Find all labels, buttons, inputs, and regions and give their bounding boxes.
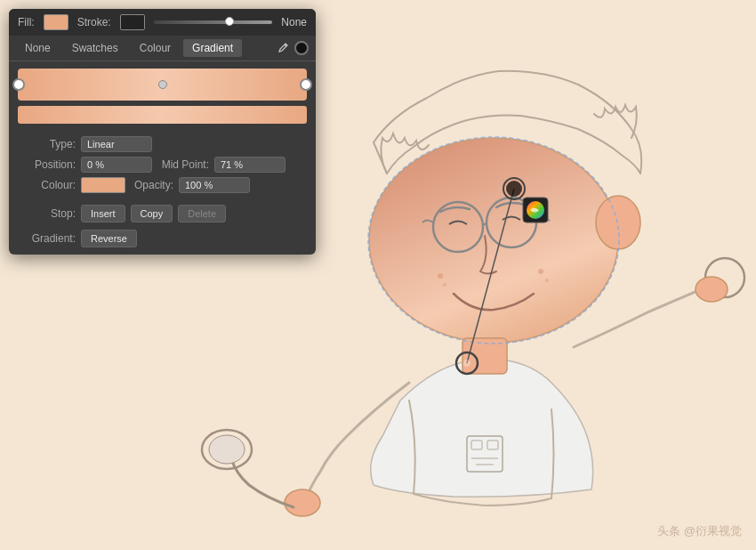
tab-swatches[interactable]: Swatches bbox=[63, 39, 127, 57]
tab-colour[interactable]: Colour bbox=[131, 39, 180, 57]
stop-row: Stop: Insert Copy Delete bbox=[9, 201, 316, 228]
eyedropper-icon[interactable] bbox=[275, 40, 291, 56]
stop-label: Stop: bbox=[18, 207, 76, 220]
svg-point-6 bbox=[438, 273, 443, 279]
gradient-handle-right[interactable] bbox=[300, 78, 312, 91]
position-label: Position: bbox=[18, 158, 76, 171]
opacity-select-wrapper: 100 % bbox=[179, 177, 250, 193]
svg-point-7 bbox=[443, 283, 446, 287]
opacity-select[interactable]: 100 % bbox=[179, 177, 250, 193]
midpoint-select[interactable]: 71 % bbox=[214, 157, 286, 173]
svg-point-14 bbox=[696, 277, 728, 302]
form-section: Type: Linear Radial Position: 0 % Mid Po… bbox=[9, 131, 316, 201]
stroke-swatch[interactable] bbox=[120, 14, 145, 30]
type-select[interactable]: Linear Radial bbox=[81, 136, 152, 152]
svg-point-9 bbox=[545, 279, 549, 282]
colour-opacity-row: Colour: Opacity: 100 % bbox=[18, 177, 307, 193]
stroke-none-label: None bbox=[281, 16, 307, 28]
tab-gradient[interactable]: Gradient bbox=[183, 39, 242, 57]
svg-point-25 bbox=[463, 360, 470, 367]
stroke-label: Stroke: bbox=[77, 16, 111, 28]
opacity-label: Opacity: bbox=[131, 179, 173, 191]
delete-button[interactable]: Delete bbox=[178, 205, 226, 222]
tabs-row: None Swatches Colour Gradient bbox=[9, 36, 316, 61]
svg-point-8 bbox=[538, 269, 543, 274]
insert-button[interactable]: Insert bbox=[81, 205, 125, 222]
gradient-label-row: Gradient: Reverse bbox=[9, 228, 316, 255]
position-select[interactable]: 0 % bbox=[81, 157, 152, 173]
position-select-wrapper: 0 % bbox=[81, 157, 152, 173]
reverse-button[interactable]: Reverse bbox=[81, 230, 137, 247]
svg-point-2 bbox=[596, 196, 640, 249]
gradient-handle-mid[interactable] bbox=[158, 80, 167, 89]
type-label: Type: bbox=[18, 138, 76, 150]
type-row: Type: Linear Radial bbox=[18, 136, 307, 152]
colour-label: Colour: bbox=[18, 179, 76, 191]
gradient-preview-area bbox=[9, 61, 316, 131]
type-select-wrapper: Linear Radial bbox=[81, 136, 152, 152]
color-dot[interactable] bbox=[294, 41, 309, 55]
colour-swatch[interactable] bbox=[81, 177, 125, 193]
tab-none[interactable]: None bbox=[16, 39, 60, 57]
gradient-bar-container[interactable] bbox=[18, 69, 307, 101]
gradient-swatch-bar bbox=[18, 106, 307, 124]
stroke-slider-container bbox=[154, 20, 273, 24]
fill-swatch[interactable] bbox=[44, 14, 68, 30]
svg-point-21 bbox=[506, 181, 522, 197]
midpoint-select-wrapper: 71 % bbox=[214, 157, 286, 173]
gradient-handle-left[interactable] bbox=[12, 78, 25, 91]
midpoint-label: Mid Point: bbox=[157, 158, 209, 171]
fill-label: Fill: bbox=[18, 16, 35, 28]
svg-point-10 bbox=[285, 489, 320, 516]
gradient-label: Gradient: bbox=[18, 232, 76, 245]
stroke-slider[interactable] bbox=[154, 20, 273, 24]
gradient-panel: Fill: Stroke: None None Swatches Colour … bbox=[9, 9, 316, 255]
top-bar: Fill: Stroke: None bbox=[9, 9, 316, 36]
copy-button[interactable]: Copy bbox=[131, 205, 173, 222]
watermark: 头条 @衍果视觉 bbox=[657, 523, 742, 539]
svg-point-12 bbox=[209, 435, 245, 464]
position-midpoint-row: Position: 0 % Mid Point: 71 % bbox=[18, 157, 307, 173]
stroke-slider-thumb bbox=[225, 17, 234, 26]
